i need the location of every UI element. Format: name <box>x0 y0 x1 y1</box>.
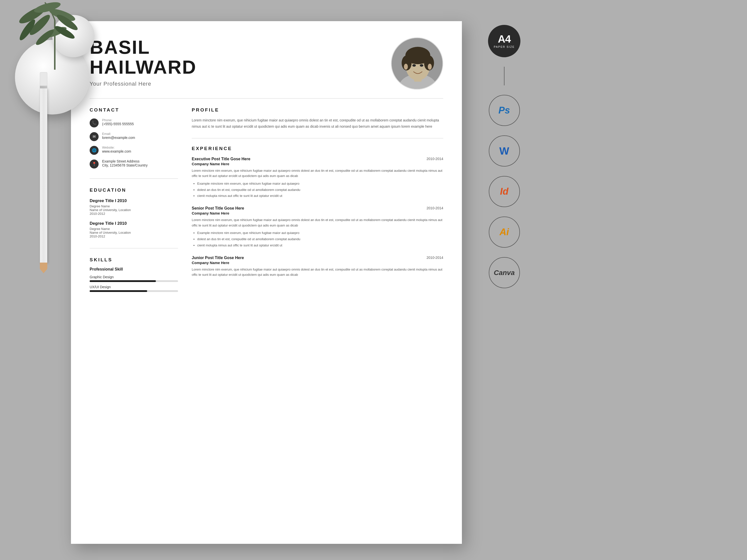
profile-section: PROFILE Lorem minctore nim exerum, que n… <box>192 107 443 129</box>
word-label: W <box>499 145 509 157</box>
exp-desc-2: Lorem minctore nim exerum, que nihicium … <box>192 217 443 228</box>
phone-icon: 📞 <box>89 118 99 128</box>
edu-years-1: 2010-2012 <box>89 212 178 216</box>
email-value: lorem@example.com <box>102 136 135 140</box>
profile-title: PROFILE <box>192 107 443 113</box>
exp-header-2: Senior Post Title Gose Here 2010-2014 <box>192 206 443 211</box>
email-icon: ✉ <box>89 132 99 141</box>
contact-email: ✉ Email: lorem@example.com <box>89 132 178 141</box>
exp-entry-1: Executive Post Title Gose Here 2010-2014… <box>192 157 443 198</box>
phone-label: Phone: <box>102 118 134 122</box>
resume-paper: BASIL HAILWARD Your Professional Here <box>71 21 462 544</box>
ps-badge: Ps <box>489 95 520 126</box>
edu-uni-1: Name of University, Location <box>89 208 178 212</box>
svg-point-19 <box>404 64 408 70</box>
exp-desc-3: Lorem minctore nim exerum, que nihicium … <box>192 267 443 277</box>
email-label: Email: <box>102 132 135 136</box>
experience-title: EXPERIENCE <box>192 146 443 151</box>
exp-desc-1: Lorem minctore nim exerum, que nihicium … <box>192 168 443 179</box>
exp-bullet-1-3: cienit molupta nimus aut offic te sunt l… <box>197 193 443 198</box>
exp-title-1: Executive Post Title Gose Here <box>192 157 250 161</box>
contact-section: CONTACT 📞 Phone: (+555)-5555 555555 ✉ Em… <box>89 107 178 168</box>
website-value: www.example.com <box>102 149 131 153</box>
svg-point-18 <box>420 64 423 67</box>
skills-section: SKILLS Professional Skill Graphic Design… <box>89 257 178 292</box>
exp-entry-3: Junior Post Title Gose Here 2010-2014 Co… <box>192 256 443 277</box>
a4-subtitle: PAPER SIZE <box>494 45 515 48</box>
contact-phone: 📞 Phone: (+555)-5555 555555 <box>89 118 178 128</box>
address-icon: 📍 <box>89 160 99 168</box>
skills-subtitle: Professional Skill <box>89 267 178 271</box>
address-line2: City, 12345678 State/Country <box>102 163 148 167</box>
edu-degree-1: Degree Title I 2010 <box>89 198 178 203</box>
indesign-badge: Id <box>489 176 520 207</box>
exp-bullet-2-3: cienit molupta nimus aut offic te sunt l… <box>197 243 443 248</box>
canva-label: Canva <box>494 269 515 277</box>
contact-title: CONTACT <box>89 107 178 113</box>
exp-bullet-1-2: dolest an dus tin et est, corepudite od … <box>197 187 443 193</box>
edu-years-2: 2010-2012 <box>89 235 178 238</box>
exp-company-2: Company Name Here <box>192 211 443 215</box>
resume-body: CONTACT 📞 Phone: (+555)-5555 555555 ✉ Em… <box>89 107 443 295</box>
exp-bullet-2-2: dolest an dus tin et est, corepudite od … <box>197 237 443 242</box>
contact-address: 📍 Example Street Address City, 12345678 … <box>89 159 178 168</box>
education-section: EDUCATION Degree Title I 2010 Degree Nam… <box>89 187 178 238</box>
word-badge: W <box>489 135 520 166</box>
a4-label: A4 <box>498 34 511 44</box>
illustrator-label: Ai <box>499 227 509 237</box>
illustrator-badge: Ai <box>489 216 520 248</box>
header-divider <box>89 98 443 99</box>
exp-bullets-2: Example minctore nim exerum, que nihiciu… <box>192 231 443 248</box>
skill-item-1: Graphic Design <box>89 275 178 282</box>
left-column: CONTACT 📞 Phone: (+555)-5555 555555 ✉ Em… <box>89 107 178 295</box>
contact-website: 🌐 Website: www.example.com <box>89 145 178 155</box>
right-column: PROFILE Lorem minctore nim exerum, que n… <box>192 107 443 295</box>
indesign-label: Id <box>500 186 509 197</box>
exp-bullet-2-1: Example minctore nim exerum, que nihiciu… <box>197 231 443 236</box>
exp-header-3: Junior Post Title Gose Here 2010-2014 <box>192 256 443 260</box>
exp-date-1: 2010-2014 <box>427 157 443 161</box>
edu-field-1: Degree Name <box>89 204 178 208</box>
canva-badge: Canva <box>489 257 520 288</box>
education-title: EDUCATION <box>89 187 178 193</box>
profile-text: Lorem minctore nim exerum, que nihicium … <box>192 117 443 129</box>
edu-degree-2: Degree Title I 2010 <box>89 221 178 226</box>
exp-header-1: Executive Post Title Gose Here 2010-2014 <box>192 157 443 161</box>
skill-bar-fill-1 <box>89 280 156 282</box>
edu-uni-2: Name of University, Location <box>89 231 178 235</box>
education-divider <box>89 248 178 248</box>
svg-point-20 <box>428 64 432 70</box>
exp-company-3: Company Name Here <box>192 261 443 265</box>
profile-divider <box>192 138 443 138</box>
skill-item-2: UX/UI Design <box>89 285 178 292</box>
phone-value: (+555)-5555 555555 <box>102 122 134 126</box>
exp-entry-2: Senior Post Title Gose Here 2010-2014 Co… <box>192 206 443 248</box>
skills-title: SKILLS <box>89 257 178 263</box>
exp-company-1: Company Name Here <box>192 162 443 166</box>
edu-entry-1: Degree Title I 2010 Degree Name Name of … <box>89 198 178 216</box>
edu-field-2: Degree Name <box>89 227 178 231</box>
exp-date-3: 2010-2014 <box>427 256 443 260</box>
experience-section: EXPERIENCE Executive Post Title Gose Her… <box>192 146 443 277</box>
exp-title-3: Junior Post Title Gose Here <box>192 256 244 260</box>
exp-date-2: 2010-2014 <box>427 206 443 210</box>
pencil <box>40 72 47 271</box>
exp-bullet-1-1: Example minctore nim exerum, que nihiciu… <box>197 181 443 186</box>
right-panel: A4 PAPER SIZE Ps W Id Ai Canva <box>488 25 520 288</box>
profile-photo <box>391 37 443 89</box>
exp-bullets-1: Example minctore nim exerum, que nihiciu… <box>192 181 443 198</box>
ps-label: Ps <box>498 105 510 116</box>
a4-badge: A4 PAPER SIZE <box>488 25 520 57</box>
svg-point-17 <box>412 64 416 67</box>
exp-title-2: Senior Post Title Gose Here <box>192 206 244 211</box>
professional-title: Your Professional Here <box>89 81 197 87</box>
edu-entry-2: Degree Title I 2010 Degree Name Name of … <box>89 221 178 238</box>
panel-line-divider <box>504 67 505 85</box>
leaf-decoration <box>5 0 109 71</box>
skill-bar-bg-1 <box>89 280 178 282</box>
skill-label-1: Graphic Design <box>89 275 178 279</box>
address-line1: Example Street Address <box>102 159 148 163</box>
skill-bar-bg-2 <box>89 290 178 292</box>
website-icon: 🌐 <box>89 146 99 155</box>
website-label: Website: <box>102 145 131 149</box>
